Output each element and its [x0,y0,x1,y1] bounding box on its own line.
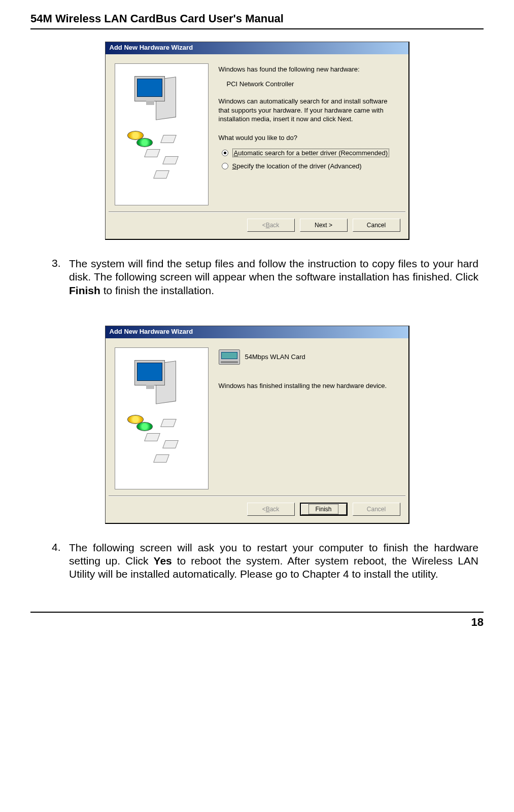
floppy-icon [153,454,169,463]
radio-label: Automatic search for a better driver (Re… [232,149,389,157]
wizard-text: Windows has found the following new hard… [219,65,396,73]
wizard-illustration [115,63,209,205]
floppy-icon [153,170,169,179]
finish-button[interactable]: Finish [300,503,348,516]
back-button: < Back [247,219,295,232]
step-text: The following screen will ask you to res… [69,541,478,581]
floppy-icon [160,419,177,427]
radio-selected-icon [222,150,228,156]
radio-option-specify[interactable]: Specify the location of the driver (Adva… [222,162,396,170]
radio-unselected-icon [222,163,228,169]
radio-option-auto[interactable]: Automatic search for a better driver (Re… [222,149,396,157]
wizard-titlebar: Add New Hardware Wizard [106,326,408,338]
wizard-dialog-2: Add New Hardware Wizard [105,326,409,524]
step-text: The system will find the setup files and… [69,257,478,297]
floppy-icon [144,149,160,157]
cancel-button: Cancel [353,503,400,516]
floppy-icon [162,440,179,448]
floppy-icon [162,156,179,164]
device-name: 54Mbps WLAN Card [245,353,305,361]
step-number: 3. [52,257,69,297]
next-button[interactable]: Next > [300,219,348,232]
wizard-text: Windows has finished installing the new … [219,382,396,390]
wizard-titlebar: Add New Hardware Wizard [106,42,408,54]
wizard-prompt: What would you like to do? [219,134,396,142]
network-card-icon [219,349,240,365]
wizard-illustration [115,347,209,489]
document-header: 54M Wireless LAN CardBus Card User's Man… [30,12,484,29]
wizard-dialog-1: Add New Hardware Wizard Windows has foun… [105,42,409,240]
page-number: 18 [30,612,484,629]
cd-icon [136,138,153,147]
radio-label: Specify the location of the driver (Adva… [232,162,362,170]
device-name: PCI Network Controller [227,80,396,88]
back-button: < Back [247,503,295,516]
floppy-icon [144,433,160,441]
cancel-button[interactable]: Cancel [353,219,400,232]
wizard-text: Windows can automatically search for and… [219,97,396,124]
step-number: 4. [52,541,69,581]
floppy-icon [160,135,177,143]
cd-icon [136,422,153,431]
